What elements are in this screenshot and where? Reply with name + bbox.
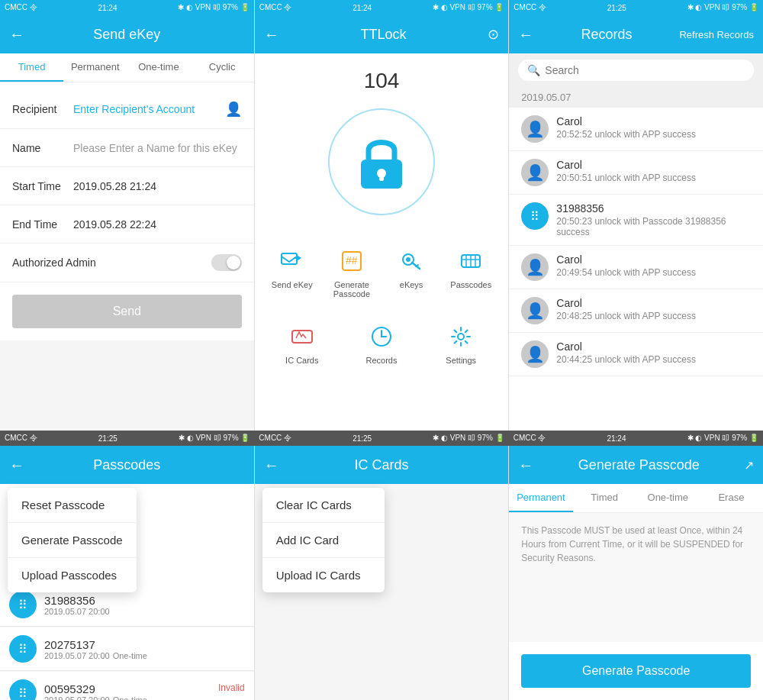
sb5-left: CMCC 令 bbox=[259, 433, 291, 444]
name-row: Name Please Enter a Name for this eKey bbox=[0, 129, 254, 167]
gen-tab-timed[interactable]: Timed bbox=[573, 484, 636, 512]
record-content-4: Carol 20:49:54 unlock with APP success bbox=[556, 253, 751, 278]
status-icons-2: ✱ ◐ VPN 叩 97% 🔋 bbox=[433, 2, 504, 13]
passcodes-panel: ← Passcodes Reset Passcode Generate Pass… bbox=[0, 446, 255, 700]
record-content-1: Carol 20:52:52 unlock with APP success bbox=[556, 115, 751, 140]
menu-records-label: Records bbox=[366, 356, 398, 365]
menu-generate-passcode[interactable]: ## Generate Passcode bbox=[322, 238, 382, 306]
gen-tab-one-time[interactable]: One-time bbox=[636, 484, 700, 512]
back-button-6[interactable]: ← bbox=[518, 456, 533, 474]
admin-row: Authorized Admin bbox=[0, 244, 254, 282]
record-detail-6: 20:44:25 unlock with APP success bbox=[556, 354, 751, 365]
end-time-value[interactable]: 2019.05.28 22:24 bbox=[73, 218, 242, 231]
passcodes-header: ← Passcodes bbox=[0, 446, 254, 484]
status-bar-col1: CMCC 令 21:24 ✱ ◐ VPN 叩 97% 🔋 bbox=[0, 0, 254, 15]
start-time-value[interactable]: 2019.05.28 21:24 bbox=[73, 180, 242, 192]
send-ekey-title: Send eKey bbox=[24, 27, 230, 43]
back-button-5[interactable]: ← bbox=[264, 456, 279, 474]
recipient-label: Recipient bbox=[12, 103, 73, 115]
record-item: 👤 Carol 20:44:25 unlock with APP success bbox=[509, 333, 763, 376]
gen-tab-permanent[interactable]: Permanent bbox=[509, 484, 572, 512]
status-time-3: 21:25 bbox=[607, 4, 626, 12]
tab-permanent[interactable]: Permanent bbox=[63, 53, 127, 82]
back-button-2[interactable]: ← bbox=[264, 26, 279, 44]
passcode-info-2: 20275137 2019.05.07 20:00 One-time bbox=[44, 638, 245, 660]
records-icon bbox=[366, 321, 397, 352]
contact-icon[interactable]: 👤 bbox=[225, 101, 242, 118]
tab-cyclic[interactable]: Cyclic bbox=[191, 53, 254, 82]
passcode-date-2: 2019.05.07 20:00 bbox=[44, 651, 110, 660]
lock-icon bbox=[347, 127, 416, 196]
status-icons-3: ✱ ◐ VPN 叩 97% 🔋 bbox=[687, 2, 758, 13]
menu-send-ekey[interactable]: Send eKey bbox=[262, 238, 322, 306]
tab-one-time[interactable]: One-time bbox=[127, 53, 190, 82]
back-button-1[interactable]: ← bbox=[9, 26, 24, 44]
record-avatar-6: 👤 bbox=[521, 340, 549, 368]
sb6-left: CMCC 令 bbox=[513, 433, 546, 444]
recipient-input[interactable] bbox=[73, 103, 222, 115]
passcode-code-3: 00595329 bbox=[44, 682, 95, 695]
menu-passcodes[interactable]: Passcodes bbox=[441, 238, 501, 306]
upload-passcodes-item[interactable]: Upload Passcodes bbox=[8, 558, 137, 592]
upload-ic-cards-item[interactable]: Upload IC Cards bbox=[262, 558, 385, 592]
ic-cards-popup-menu: Clear IC Cards Add IC Card Upload IC Car… bbox=[262, 488, 385, 592]
tab-timed[interactable]: Timed bbox=[0, 53, 63, 82]
back-button-3[interactable]: ← bbox=[518, 26, 533, 44]
admin-label: Authorized Admin bbox=[12, 256, 211, 269]
generate-passcode-icon: ## bbox=[336, 246, 367, 276]
refresh-records-button[interactable]: Refresh Records bbox=[679, 29, 754, 40]
recipient-row: Recipient 👤 bbox=[0, 90, 254, 129]
record-name-5: Carol bbox=[556, 297, 751, 309]
search-input-wrap: 🔍 bbox=[518, 60, 754, 81]
gen-tab-erase[interactable]: Erase bbox=[700, 484, 763, 512]
share-icon[interactable]: ⊙ bbox=[488, 26, 499, 43]
menu-settings-label: Settings bbox=[446, 356, 476, 365]
send-ekey-panel: CMCC 令 21:24 ✱ ◐ VPN 叩 97% 🔋 ← Send eKey… bbox=[0, 0, 255, 431]
add-ic-card-item[interactable]: Add IC Card bbox=[262, 523, 385, 558]
passcode-date-1: 2019.05.07 20:00 bbox=[44, 607, 110, 616]
record-item: ⠿ 31988356 20:50:23 unlock with Passcode… bbox=[509, 195, 763, 246]
gen-notice: This Passcode MUST be used at least Once… bbox=[509, 513, 763, 642]
menu-records[interactable]: Records bbox=[342, 314, 421, 373]
generate-passcode-button[interactable]: Generate Passcode bbox=[521, 654, 751, 688]
status-bar-col3: CMCC 令 21:25 ✱ ◐ VPN 叩 97% 🔋 bbox=[509, 0, 763, 15]
back-button-4[interactable]: ← bbox=[9, 456, 24, 474]
settings-icon bbox=[446, 321, 476, 352]
clear-ic-cards-item[interactable]: Clear IC Cards bbox=[262, 488, 385, 523]
menu-ekeys-label: eKeys bbox=[400, 280, 423, 289]
sb4-left: CMCC 令 bbox=[5, 433, 37, 444]
menu-settings[interactable]: Settings bbox=[421, 314, 501, 373]
record-detail-3: 20:50:23 unlock with Passcode 31988356 s… bbox=[556, 216, 751, 237]
reset-passcode-item[interactable]: Reset Passcode bbox=[8, 488, 137, 523]
status-carrier-3: CMCC 令 bbox=[513, 2, 546, 13]
passcode-icon-2: ⠿ bbox=[9, 635, 37, 663]
records-list: 👤 Carol 20:52:52 unlock with APP success… bbox=[509, 108, 763, 431]
menu-passcodes-label: Passcodes bbox=[450, 280, 491, 289]
person-icon: 👤 bbox=[526, 302, 545, 320]
start-time-row: Start Time 2019.05.28 21:24 bbox=[0, 167, 254, 205]
search-input[interactable] bbox=[545, 64, 745, 76]
passcode-icon-3: ⠿ bbox=[9, 679, 37, 700]
ekeys-icon bbox=[396, 246, 427, 276]
svg-rect-2 bbox=[379, 173, 384, 181]
ic-cards-header: ← IC Cards bbox=[255, 446, 509, 484]
ic-cards-icon bbox=[287, 321, 317, 352]
record-detail-1: 20:52:52 unlock with APP success bbox=[556, 129, 751, 140]
send-button[interactable]: Send bbox=[12, 295, 242, 328]
admin-toggle[interactable] bbox=[211, 254, 242, 271]
passcode-date-3: 2019.05.07 20:00 bbox=[44, 695, 110, 701]
passcodes-icon bbox=[456, 246, 486, 276]
record-avatar-5: 👤 bbox=[521, 297, 549, 324]
status-carrier-2: CMCC 令 bbox=[259, 2, 292, 13]
end-time-label: End Time bbox=[12, 218, 73, 231]
record-name-4: Carol bbox=[556, 253, 751, 266]
generate-passcode-item[interactable]: Generate Passcode bbox=[8, 523, 137, 558]
menu-ic-cards[interactable]: IC Cards bbox=[262, 314, 342, 373]
svg-point-7 bbox=[406, 257, 410, 262]
menu-ekeys[interactable]: eKeys bbox=[382, 238, 441, 306]
svg-text:##: ## bbox=[346, 254, 358, 266]
external-link-icon[interactable]: ↗ bbox=[744, 458, 754, 473]
status-bar-bot3: CMCC 令 21:24 ✱ ◐ VPN 叩 97% 🔋 bbox=[509, 431, 763, 446]
record-item: 👤 Carol 20:48:25 unlock with APP success bbox=[509, 289, 763, 333]
send-ekey-header: ← Send eKey bbox=[0, 15, 254, 53]
